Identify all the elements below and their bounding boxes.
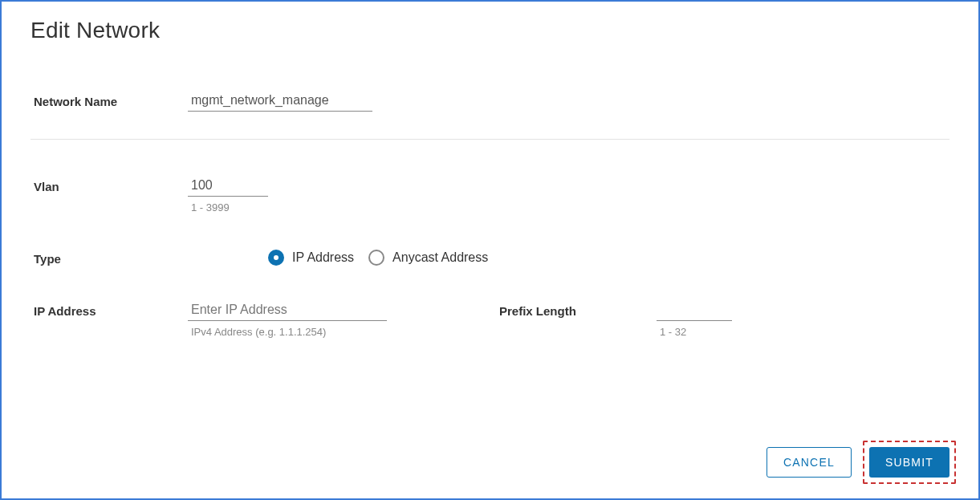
type-options: IP Address Anycast Address bbox=[188, 250, 488, 266]
prefix-length-hint: 1 - 32 bbox=[657, 326, 732, 338]
prefix-length-label: Prefix Length bbox=[499, 301, 657, 318]
submit-highlight-box: SUBMIT bbox=[863, 441, 956, 484]
cancel-button[interactable]: CANCEL bbox=[767, 447, 852, 478]
vlan-input[interactable] bbox=[188, 177, 268, 197]
ip-address-input[interactable] bbox=[188, 301, 387, 321]
ip-row: IP Address IPv4 Address (e.g. 1.1.1.254)… bbox=[30, 301, 950, 338]
submit-button[interactable]: SUBMIT bbox=[869, 447, 950, 478]
type-label: Type bbox=[34, 249, 188, 266]
radio-unchecked-icon bbox=[368, 250, 384, 266]
type-radio-anycast-label: Anycast Address bbox=[392, 250, 488, 265]
type-radio-ip-label: IP Address bbox=[292, 250, 354, 265]
network-name-input[interactable] bbox=[188, 91, 372, 112]
dialog-footer: CANCEL SUBMIT bbox=[767, 441, 956, 484]
vlan-row: Vlan 1 - 3999 bbox=[30, 177, 950, 213]
vlan-hint: 1 - 3999 bbox=[188, 201, 268, 213]
ip-address-label: IP Address bbox=[34, 301, 188, 318]
type-radio-ip[interactable]: IP Address bbox=[268, 250, 354, 266]
section-divider bbox=[30, 139, 950, 140]
type-radio-anycast[interactable]: Anycast Address bbox=[368, 250, 488, 266]
edit-network-dialog: Edit Network Network Name Vlan 1 - 3999 … bbox=[0, 0, 980, 500]
network-name-label: Network Name bbox=[34, 91, 188, 108]
network-name-row: Network Name bbox=[30, 91, 950, 112]
vlan-label: Vlan bbox=[34, 177, 188, 193]
prefix-length-input[interactable] bbox=[657, 301, 732, 321]
radio-checked-icon bbox=[268, 250, 284, 266]
ip-address-hint: IPv4 Address (e.g. 1.1.1.254) bbox=[188, 326, 387, 338]
dialog-title: Edit Network bbox=[30, 18, 950, 43]
type-row: Type IP Address Anycast Address bbox=[30, 249, 950, 266]
